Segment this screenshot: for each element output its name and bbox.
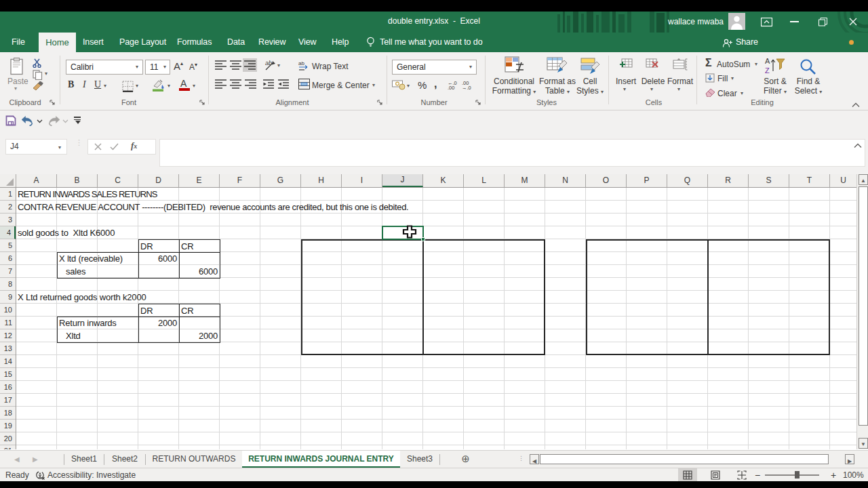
svg-text:Z: Z: [765, 66, 770, 75]
svg-text:.00: .00: [448, 85, 454, 89]
svg-text:ab: ab: [298, 60, 304, 66]
svg-text:ab: ab: [265, 60, 272, 66]
svg-text:→.0: →.0: [462, 85, 471, 89]
svg-text:A: A: [765, 57, 770, 65]
